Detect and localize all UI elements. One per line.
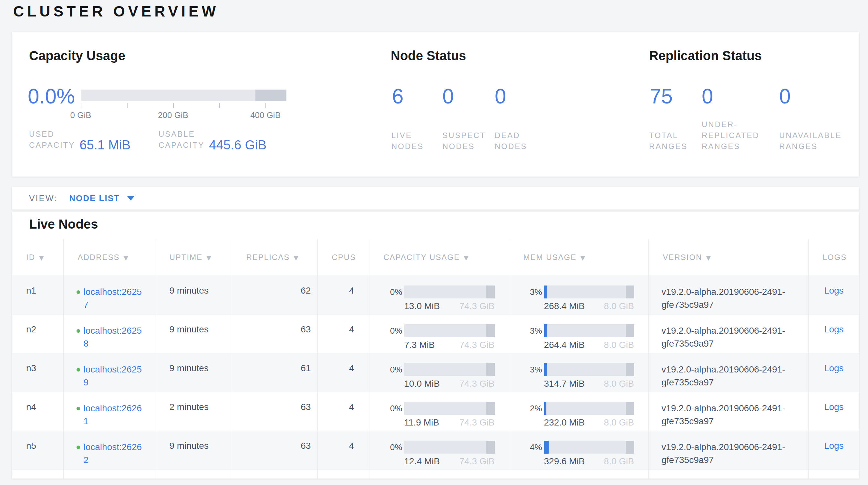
node-uptime-cell: 9 minutes [155,314,232,353]
table-row: n3 localhost:26259 9 minutes 61 4 0% 10.… [12,353,859,392]
capacity-total-value: 74.3 GiB [460,339,495,351]
node-id-cell: n4 [12,392,63,431]
capacity-used-value: 11.9 MiB [404,416,439,429]
column-header-rep[interactable]: REPLICAS▼ [232,239,317,276]
column-header-label: ADDRESS [78,253,120,262]
capacity-usage-bar [404,286,495,298]
capacity-total-value: 74.3 GiB [460,377,495,390]
node-id-cell: n1 [12,276,63,314]
column-header-up[interactable]: UPTIME▼ [155,239,232,276]
capacity-reserved-segment [486,363,494,376]
node-id-cell: n2 [12,314,63,353]
capacity-total-value: 74.3 GiB [460,416,495,429]
capacity-used-value: 10.0 MiB [404,377,440,390]
live-status-dot-icon [76,407,80,410]
logs-link[interactable]: Logs [824,286,844,295]
table-header-row: ID▼ADDRESS▼UPTIME▼REPLICAS▼CPUSCAPACITY … [12,239,859,276]
mem-used-segment [544,363,548,376]
sort-descending-icon: ▼ [206,254,212,261]
column-header-cap[interactable]: CAPACITY USAGE▼ [369,239,509,276]
node-address-link[interactable]: localhost:26262 [84,441,144,466]
suspect-nodes-label: SUSPECT NODES [442,130,486,152]
logs-link[interactable]: Logs [824,363,844,373]
mem-percent: 3% [518,324,542,337]
node-address-link[interactable]: localhost:26261 [84,402,144,428]
node-capacity-usage-cell: 0% 11.9 MiB 74.3 GiB [369,392,509,431]
column-header-label: UPTIME [169,253,203,262]
mem-total-value: 8.0 GiB [604,339,634,351]
node-address-cell: localhost:26257 [63,276,155,314]
column-header-cpu: CPUS [317,239,369,276]
capacity-reserved-segment [486,286,494,298]
live-status-dot-icon [76,368,80,372]
view-selector-bar: VIEW: NODE LIST [12,187,859,209]
capacity-percent: 0% [378,363,402,376]
column-header-label: REPLICAS [246,253,290,262]
node-cpus-cell: 4 [317,276,369,314]
mem-used-value: 232.0 MiB [544,416,585,429]
mem-total-value: 8.0 GiB [604,300,634,313]
live-nodes-title: Live Nodes [29,217,98,231]
live-nodes-card: Live Nodes ID▼ADDRESS▼UPTIME▼REPLICAS▼CP… [12,212,859,479]
node-cpus-cell: 4 [317,353,369,392]
mem-reserved-segment [626,363,634,376]
capacity-usage-title: Capacity Usage [29,49,125,63]
node-address-cell: localhost:26258 [63,314,155,353]
mem-usage-bar [544,441,634,454]
page-title: CLUSTER OVERVIEW [13,3,219,20]
usable-capacity-stat: USABLE CAPACITY 445.6 GiB [159,129,267,151]
capacity-percent: 0% [378,324,402,337]
node-cpus-cell: 4 [317,431,369,469]
logs-link[interactable]: Logs [824,324,844,334]
table-row: n4 localhost:26261 2 minutes 63 4 0% 11.… [12,392,859,431]
mem-reserved-segment [626,402,634,415]
capacity-used-percent: 0.0% [28,85,75,108]
sort-descending-icon: ▼ [580,254,586,261]
under-replicated-ranges-label: UNDER- REPLICATED RANGES [702,119,760,152]
column-header-label: MEM USAGE [523,253,577,262]
column-header-ver[interactable]: VERSION▼ [648,239,808,276]
column-header-addr[interactable]: ADDRESS▼ [63,239,155,276]
used-capacity-value: 65.1 MiB [80,138,130,152]
node-address-link[interactable]: localhost:26259 [84,363,144,389]
capacity-usage-bar [404,402,495,415]
mem-reserved-segment [626,286,634,298]
node-logs-cell: Logs [808,392,859,431]
node-address-link[interactable]: localhost:26258 [84,324,144,350]
node-version-cell: v19.2.0-alpha.20190606-2491-gfe735c9a97 [648,392,808,431]
node-capacity-usage-cell: 0% 12.4 MiB 74.3 GiB [369,431,509,469]
logs-link[interactable]: Logs [824,441,844,451]
capacity-used-value: 7.3 MiB [404,339,435,351]
mem-percent: 3% [518,363,542,376]
column-header-id[interactable]: ID▼ [12,239,63,276]
node-replicas-cell: 63 [232,431,317,469]
column-header-label: ID [26,253,35,262]
live-status-dot-icon [76,290,80,294]
node-status-section: Node Status 6 0 0 LIVE NODES SUSPECT NOD… [391,32,636,176]
mem-total-value: 8.0 GiB [604,416,634,429]
view-dropdown[interactable]: NODE LIST [69,193,135,203]
node-address-link[interactable]: localhost:26257 [84,286,144,311]
node-cpus-cell: 4 [317,314,369,353]
mem-used-value: 268.4 MiB [544,300,585,313]
sort-descending-icon: ▼ [706,254,712,261]
mem-used-value: 264.4 MiB [544,339,585,351]
view-dropdown-selected: NODE LIST [69,193,120,203]
live-status-dot-icon [76,329,80,333]
capacity-percent: 0% [378,286,402,298]
node-address-cell: localhost:26259 [63,353,155,392]
node-uptime-cell: 2 minutes [155,392,232,431]
node-version-cell: v19.2.0-alpha.20190606-2491-gfe735c9a97 [648,314,808,353]
node-logs-cell: Logs [808,276,859,314]
axis-tick-label: 0 GiB [70,110,91,120]
node-mem-usage-cell: 3% 268.4 MiB 8.0 GiB [509,276,648,314]
capacity-reserved-segment [486,324,494,337]
node-capacity-usage-cell: 0% 13.0 MiB 74.3 GiB [369,276,509,314]
under-replicated-ranges-count: 0 [702,85,713,108]
capacity-percent: 0% [378,441,402,454]
mem-used-segment [544,286,548,298]
logs-link[interactable]: Logs [824,402,844,412]
column-header-mem[interactable]: MEM USAGE▼ [509,239,648,276]
replication-status-title: Replication Status [649,49,762,63]
node-replicas-cell: 63 [232,392,317,431]
